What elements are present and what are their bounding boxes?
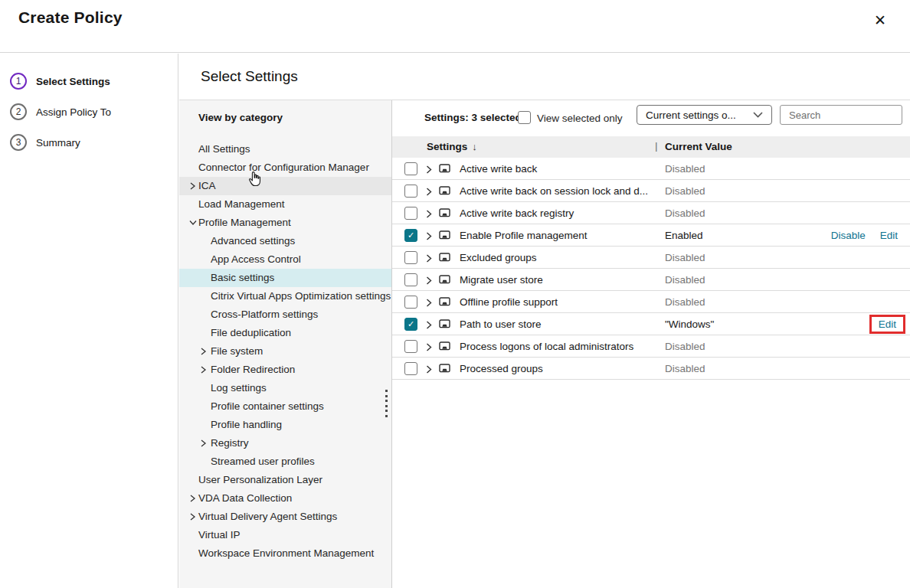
edit-link[interactable]: Edit (869, 315, 905, 334)
chevron-right-icon[interactable] (189, 495, 197, 502)
category-item-workspace-environment-management[interactable]: Workspace Environment Management (179, 544, 391, 563)
chevron-right-icon[interactable] (426, 165, 434, 173)
category-item-registry[interactable]: Registry (179, 434, 391, 452)
category-label: Citrix Virtual Apps Optimization setting… (211, 290, 391, 302)
step-label: Select Settings (36, 76, 110, 87)
chevron-right-icon[interactable] (200, 348, 208, 355)
chevron-right-icon[interactable] (189, 182, 197, 190)
setting-name: Offline profile support (460, 296, 558, 308)
chevron-right-icon[interactable] (426, 365, 434, 373)
disable-link[interactable]: Disable (831, 230, 866, 241)
category-label: Advanced settings (211, 235, 295, 247)
chevron-right-icon[interactable] (426, 276, 434, 284)
row-checkbox[interactable] (404, 340, 417, 353)
chevron-right-icon[interactable] (426, 343, 434, 351)
chevron-right-icon[interactable] (200, 366, 208, 374)
edit-link[interactable]: Edit (880, 230, 898, 241)
setting-name: Path to user store (460, 318, 542, 330)
step-label: Summary (36, 137, 80, 149)
setting-name: Enable Profile management (460, 230, 588, 241)
category-item-basic-settings[interactable]: Basic settings (179, 269, 391, 287)
step-number-badge: 2 (10, 103, 27, 120)
category-item-profile-container-settings[interactable]: Profile container settings (179, 397, 391, 416)
table-row[interactable]: Active write back on session lock and d.… (392, 180, 910, 202)
category-item-vda-data-collection[interactable]: VDA Data Collection (179, 489, 391, 508)
chevron-right-icon[interactable] (426, 299, 434, 306)
row-actions: Edit (869, 313, 898, 335)
view-by-category-label: View by category (179, 100, 391, 123)
category-item-log-settings[interactable]: Log settings (179, 379, 391, 397)
chevron-right-icon[interactable] (426, 321, 434, 328)
chevron-right-icon[interactable] (426, 188, 434, 195)
table-row[interactable]: Processed groups Disabled (392, 358, 910, 380)
row-checkbox[interactable] (404, 296, 417, 309)
row-checkbox[interactable] (404, 362, 417, 375)
setting-current-value: Enabled (665, 230, 703, 241)
row-checkbox[interactable] (404, 273, 417, 286)
step-number-badge: 3 (10, 134, 27, 151)
chevron-right-icon[interactable] (426, 254, 434, 262)
column-header-settings[interactable]: Settings↓ (427, 141, 477, 152)
row-checkbox[interactable] (404, 162, 417, 175)
monitor-icon (439, 297, 450, 307)
category-label: All Settings (198, 143, 250, 155)
table-row[interactable]: Migrate user store Disabled (392, 269, 910, 291)
row-checkbox[interactable] (404, 185, 417, 198)
category-item-profile-handling[interactable]: Profile handling (179, 416, 391, 434)
search-input[interactable] (780, 105, 902, 125)
table-row[interactable]: ✓ Enable Profile management Enabled Disa… (392, 224, 910, 247)
view-selected-only-checkbox[interactable] (518, 111, 531, 124)
panel-resize-handle[interactable] (385, 390, 388, 417)
column-header-current-value: Current Value (665, 141, 732, 152)
category-item-app-access-control[interactable]: App Access Control (179, 250, 391, 269)
category-item-citrix-virtual-apps-optimization-settings[interactable]: Citrix Virtual Apps Optimization setting… (179, 287, 391, 305)
monitor-icon (439, 341, 450, 351)
chevron-right-icon[interactable] (426, 210, 434, 217)
setting-current-value: Disabled (665, 341, 705, 352)
table-row[interactable]: Process logons of local administrators D… (392, 335, 910, 358)
setting-name: Migrate user store (460, 274, 543, 286)
wizard-step-summary[interactable]: 3 Summary (0, 134, 178, 151)
category-item-file-deduplication[interactable]: File deduplication (179, 324, 391, 342)
category-item-cross-platform-settings[interactable]: Cross-Platform settings (179, 305, 391, 324)
wizard-step-select-settings[interactable]: 1 Select Settings (0, 73, 178, 90)
chevron-down-icon[interactable] (189, 219, 197, 227)
settings-filter-dropdown[interactable]: Current settings o... (637, 105, 772, 125)
row-checkbox[interactable] (404, 207, 417, 220)
table-row[interactable]: Active write back registry Disabled (392, 202, 910, 224)
category-label: User Personalization Layer (198, 474, 322, 485)
table-row[interactable]: Active write back Disabled (392, 158, 910, 180)
table-row[interactable]: Excluded groups Disabled (392, 247, 910, 269)
setting-current-value: Disabled (665, 207, 705, 219)
table-row[interactable]: ✓ Path to user store "Windows" Edit (392, 313, 910, 335)
chevron-right-icon[interactable] (426, 232, 434, 240)
category-item-load-management[interactable]: Load Management (179, 195, 391, 214)
setting-current-value: Disabled (665, 252, 705, 263)
category-item-user-personalization-layer[interactable]: User Personalization Layer (179, 471, 391, 489)
category-item-file-system[interactable]: File system (179, 342, 391, 361)
chevron-right-icon[interactable] (189, 513, 197, 521)
category-item-virtual-ip[interactable]: Virtual IP (179, 526, 391, 544)
wizard-step-assign-policy-to[interactable]: 2 Assign Policy To (0, 103, 178, 120)
table-row[interactable]: Offline profile support Disabled (392, 291, 910, 313)
category-item-all-settings[interactable]: All Settings (179, 140, 391, 158)
category-item-ica[interactable]: ICA (179, 177, 391, 195)
row-checkbox[interactable] (404, 251, 417, 264)
category-label: Profile handling (211, 419, 282, 430)
dialog-title: Create Policy (18, 8, 123, 27)
row-checkbox[interactable]: ✓ (404, 318, 417, 331)
row-actions: DisableEdit (831, 224, 898, 247)
category-item-advanced-settings[interactable]: Advanced settings (179, 232, 391, 250)
category-item-streamed-user-profiles[interactable]: Streamed user profiles (179, 452, 391, 471)
category-item-connector-for-configuration-manager-2012[interactable]: Connector for Configuration Manager 2012 (179, 158, 391, 177)
chevron-down-icon (753, 112, 763, 118)
category-item-virtual-delivery-agent-settings[interactable]: Virtual Delivery Agent Settings (179, 508, 391, 526)
category-item-folder-redirection[interactable]: Folder Redirection (179, 361, 391, 379)
category-item-profile-management[interactable]: Profile Management (179, 214, 391, 232)
close-button[interactable]: ✕ (869, 9, 892, 32)
setting-name: Process logons of local administrators (460, 341, 633, 352)
row-checkbox[interactable]: ✓ (404, 229, 417, 242)
view-selected-only-label[interactable]: View selected only (537, 113, 623, 124)
chevron-right-icon[interactable] (200, 439, 208, 447)
selected-count-label: Settings: 3 selected (424, 112, 522, 123)
